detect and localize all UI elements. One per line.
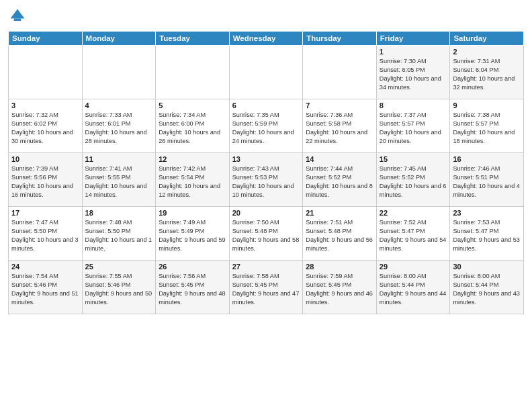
day-info: Sunrise: 7:56 AMSunset: 5:45 PMDaylight:… — [159, 272, 226, 307]
day-info: Sunrise: 7:33 AMSunset: 6:01 PMDaylight:… — [85, 111, 153, 146]
day-number: 9 — [453, 101, 521, 109]
day-number: 27 — [232, 263, 300, 271]
day-number: 14 — [306, 155, 373, 163]
day-info: Sunrise: 7:32 AMSunset: 6:02 PMDaylight:… — [11, 111, 79, 146]
day-cell — [229, 46, 303, 99]
svg-rect-2 — [14, 19, 21, 21]
day-info: Sunrise: 7:34 AMSunset: 6:00 PMDaylight:… — [159, 111, 226, 146]
weekday-header-thursday: Thursday — [303, 32, 377, 46]
day-info: Sunrise: 7:49 AMSunset: 5:49 PMDaylight:… — [159, 218, 226, 253]
day-cell: 3Sunrise: 7:32 AMSunset: 6:02 PMDaylight… — [9, 99, 83, 153]
day-cell: 30Sunrise: 8:00 AMSunset: 5:44 PMDayligh… — [450, 261, 524, 314]
day-cell: 14Sunrise: 7:44 AMSunset: 5:52 PMDayligh… — [303, 153, 377, 207]
day-info: Sunrise: 7:45 AMSunset: 5:52 PMDaylight:… — [380, 165, 447, 199]
weekday-header-friday: Friday — [376, 32, 450, 46]
weekday-header-tuesday: Tuesday — [156, 32, 230, 46]
day-info: Sunrise: 7:38 AMSunset: 5:57 PMDaylight:… — [453, 111, 521, 146]
day-info: Sunrise: 7:39 AMSunset: 5:56 PMDaylight:… — [11, 165, 79, 199]
day-number: 18 — [85, 209, 153, 217]
svg-marker-1 — [11, 9, 25, 19]
day-info: Sunrise: 7:53 AMSunset: 5:47 PMDaylight:… — [453, 218, 521, 253]
week-row-5: 24Sunrise: 7:54 AMSunset: 5:46 PMDayligh… — [9, 261, 524, 314]
day-info: Sunrise: 7:44 AMSunset: 5:52 PMDaylight:… — [306, 165, 373, 199]
day-info: Sunrise: 7:54 AMSunset: 5:46 PMDaylight:… — [11, 272, 79, 307]
day-number: 21 — [306, 209, 373, 217]
day-cell: 20Sunrise: 7:50 AMSunset: 5:48 PMDayligh… — [229, 207, 303, 261]
day-cell: 9Sunrise: 7:38 AMSunset: 5:57 PMDaylight… — [450, 99, 524, 153]
day-cell: 13Sunrise: 7:43 AMSunset: 5:53 PMDayligh… — [229, 153, 303, 207]
day-info: Sunrise: 7:51 AMSunset: 5:48 PMDaylight:… — [306, 218, 373, 253]
day-number: 11 — [85, 155, 153, 163]
day-cell — [82, 46, 156, 99]
day-cell: 2Sunrise: 7:31 AMSunset: 6:04 PMDaylight… — [450, 46, 524, 99]
weekday-header-row: SundayMondayTuesdayWednesdayThursdayFrid… — [9, 32, 524, 46]
day-info: Sunrise: 7:37 AMSunset: 5:57 PMDaylight:… — [380, 111, 447, 146]
day-cell: 12Sunrise: 7:42 AMSunset: 5:54 PMDayligh… — [156, 153, 230, 207]
day-number: 5 — [159, 101, 226, 109]
day-cell: 29Sunrise: 8:00 AMSunset: 5:44 PMDayligh… — [376, 261, 450, 314]
day-cell: 23Sunrise: 7:53 AMSunset: 5:47 PMDayligh… — [450, 207, 524, 261]
day-number: 22 — [380, 209, 447, 217]
day-cell: 21Sunrise: 7:51 AMSunset: 5:48 PMDayligh… — [303, 207, 377, 261]
day-cell: 1Sunrise: 7:30 AMSunset: 6:05 PMDaylight… — [376, 46, 450, 99]
day-info: Sunrise: 7:42 AMSunset: 5:54 PMDaylight:… — [159, 165, 226, 199]
day-info: Sunrise: 7:55 AMSunset: 5:46 PMDaylight:… — [85, 272, 153, 307]
day-info: Sunrise: 7:58 AMSunset: 5:45 PMDaylight:… — [232, 272, 300, 307]
day-cell: 5Sunrise: 7:34 AMSunset: 6:00 PMDaylight… — [156, 99, 230, 153]
day-cell: 10Sunrise: 7:39 AMSunset: 5:56 PMDayligh… — [9, 153, 83, 207]
logo-icon — [8, 7, 27, 26]
weekday-header-saturday: Saturday — [450, 32, 524, 46]
week-row-4: 17Sunrise: 7:47 AMSunset: 5:50 PMDayligh… — [9, 207, 524, 261]
day-info: Sunrise: 7:36 AMSunset: 5:58 PMDaylight:… — [306, 111, 373, 146]
day-cell: 17Sunrise: 7:47 AMSunset: 5:50 PMDayligh… — [9, 207, 83, 261]
day-info: Sunrise: 7:52 AMSunset: 5:47 PMDaylight:… — [380, 218, 447, 253]
day-number: 2 — [453, 48, 521, 56]
day-number: 16 — [453, 155, 521, 163]
day-cell: 6Sunrise: 7:35 AMSunset: 5:59 PMDaylight… — [229, 99, 303, 153]
day-cell: 22Sunrise: 7:52 AMSunset: 5:47 PMDayligh… — [376, 207, 450, 261]
day-cell — [303, 46, 377, 99]
day-number: 26 — [159, 263, 226, 271]
weekday-header-sunday: Sunday — [9, 32, 83, 46]
day-cell: 8Sunrise: 7:37 AMSunset: 5:57 PMDaylight… — [376, 99, 450, 153]
day-info: Sunrise: 7:35 AMSunset: 5:59 PMDaylight:… — [232, 111, 300, 146]
day-number: 19 — [159, 209, 226, 217]
day-info: Sunrise: 8:00 AMSunset: 5:44 PMDaylight:… — [453, 272, 521, 307]
day-cell: 16Sunrise: 7:46 AMSunset: 5:51 PMDayligh… — [450, 153, 524, 207]
day-info: Sunrise: 7:46 AMSunset: 5:51 PMDaylight:… — [453, 165, 521, 199]
day-info: Sunrise: 7:50 AMSunset: 5:48 PMDaylight:… — [232, 218, 300, 253]
day-number: 28 — [306, 263, 373, 271]
day-number: 10 — [11, 155, 79, 163]
day-number: 3 — [11, 101, 79, 109]
weekday-header-wednesday: Wednesday — [229, 32, 303, 46]
day-info: Sunrise: 7:41 AMSunset: 5:55 PMDaylight:… — [85, 165, 153, 199]
day-number: 29 — [380, 263, 447, 271]
day-cell: 27Sunrise: 7:58 AMSunset: 5:45 PMDayligh… — [229, 261, 303, 314]
week-row-3: 10Sunrise: 7:39 AMSunset: 5:56 PMDayligh… — [9, 153, 524, 207]
day-number: 30 — [453, 263, 521, 271]
day-number: 25 — [85, 263, 153, 271]
header — [8, 7, 524, 26]
day-number: 20 — [232, 209, 300, 217]
day-cell: 7Sunrise: 7:36 AMSunset: 5:58 PMDaylight… — [303, 99, 377, 153]
day-info: Sunrise: 7:31 AMSunset: 6:04 PMDaylight:… — [453, 57, 521, 92]
logo — [8, 7, 30, 26]
day-cell: 25Sunrise: 7:55 AMSunset: 5:46 PMDayligh… — [82, 261, 156, 314]
weekday-header-monday: Monday — [82, 32, 156, 46]
day-info: Sunrise: 8:00 AMSunset: 5:44 PMDaylight:… — [380, 272, 447, 307]
day-number: 24 — [11, 263, 79, 271]
day-cell: 19Sunrise: 7:49 AMSunset: 5:49 PMDayligh… — [156, 207, 230, 261]
day-number: 7 — [306, 101, 373, 109]
day-cell: 18Sunrise: 7:48 AMSunset: 5:50 PMDayligh… — [82, 207, 156, 261]
day-number: 12 — [159, 155, 226, 163]
day-info: Sunrise: 7:48 AMSunset: 5:50 PMDaylight:… — [85, 218, 153, 253]
day-cell: 28Sunrise: 7:59 AMSunset: 5:45 PMDayligh… — [303, 261, 377, 314]
day-info: Sunrise: 7:43 AMSunset: 5:53 PMDaylight:… — [232, 165, 300, 199]
day-number: 13 — [232, 155, 300, 163]
day-number: 17 — [11, 209, 79, 217]
day-cell — [156, 46, 230, 99]
day-info: Sunrise: 7:30 AMSunset: 6:05 PMDaylight:… — [380, 57, 447, 92]
day-cell: 24Sunrise: 7:54 AMSunset: 5:46 PMDayligh… — [9, 261, 83, 314]
day-cell: 11Sunrise: 7:41 AMSunset: 5:55 PMDayligh… — [82, 153, 156, 207]
day-number: 23 — [453, 209, 521, 217]
